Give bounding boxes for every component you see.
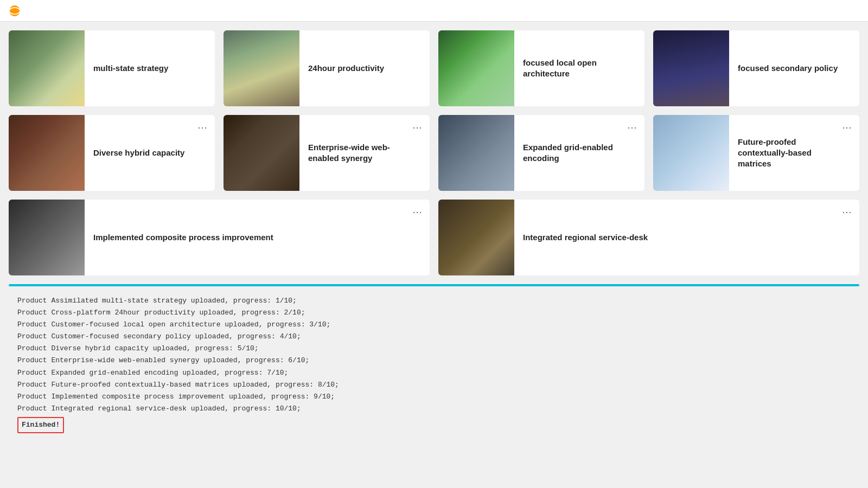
card-body: Diverse hybrid capacity bbox=[85, 141, 215, 165]
card-card-8[interactable]: Future-proofed contextually-based matric… bbox=[653, 115, 859, 191]
main-content: multi-state strategy24hour productivityf… bbox=[0, 22, 868, 451]
card-image bbox=[653, 30, 729, 106]
card-body: Implemented composite process improvemen… bbox=[85, 226, 430, 249]
card-card-2[interactable]: 24hour productivity bbox=[224, 30, 430, 106]
card-title: Integrated regional service-desk bbox=[523, 233, 648, 242]
card-body: focused secondary policy bbox=[729, 56, 859, 80]
card-title: Enterprise-wide web-enabled synergy bbox=[308, 143, 390, 163]
card-menu-button[interactable]: ⋯ bbox=[625, 120, 639, 134]
log-line: Product Assimilated multi-state strategy… bbox=[17, 295, 851, 307]
card-image bbox=[9, 200, 85, 275]
card-image bbox=[438, 200, 514, 275]
card-title: 24hour productivity bbox=[308, 63, 384, 73]
card-title: focused secondary policy bbox=[738, 63, 838, 73]
title-bar bbox=[0, 0, 868, 22]
progress-divider bbox=[9, 284, 859, 286]
card-card-10[interactable]: Integrated regional service-desk⋯ bbox=[438, 200, 859, 275]
log-line: Product Enterprise-wide web-enabled syne… bbox=[17, 355, 851, 367]
card-image bbox=[9, 30, 85, 106]
card-body: Expanded grid-enabled encoding bbox=[514, 136, 644, 171]
log-line: Product Customer-focused secondary polic… bbox=[17, 331, 851, 343]
log-line: Product Future-proofed contextually-base… bbox=[17, 379, 851, 391]
card-card-9[interactable]: Implemented composite process improvemen… bbox=[9, 200, 430, 275]
card-title: focused local open architecture bbox=[523, 58, 597, 78]
finished-badge: Finished! bbox=[17, 417, 64, 433]
title-bar-left bbox=[9, 5, 25, 17]
card-image bbox=[224, 30, 299, 106]
card-image bbox=[438, 115, 514, 191]
card-title: multi-state strategy bbox=[93, 63, 168, 73]
cards-row-3: Implemented composite process improvemen… bbox=[9, 200, 859, 275]
card-menu-button[interactable]: ⋯ bbox=[410, 205, 424, 219]
log-line: Product Diverse hybrid capacity uploaded… bbox=[17, 343, 851, 355]
card-card-6[interactable]: Enterprise-wide web-enabled synergy⋯ bbox=[224, 115, 430, 191]
log-line: Product Cross-platform 24hour productivi… bbox=[17, 307, 851, 319]
app-logo-icon bbox=[9, 5, 21, 17]
card-image bbox=[653, 115, 729, 191]
card-body: Future-proofed contextually-based matric… bbox=[729, 130, 859, 176]
card-title: Future-proofed contextually-based matric… bbox=[738, 137, 812, 169]
log-line: Product Integrated regional service-desk… bbox=[17, 403, 851, 415]
card-body: Integrated regional service-desk bbox=[514, 226, 859, 249]
log-area: Product Assimilated multi-state strategy… bbox=[9, 291, 859, 442]
log-line: Product Customer-focused local open arch… bbox=[17, 319, 851, 331]
card-menu-button[interactable]: ⋯ bbox=[840, 120, 854, 134]
card-body: Enterprise-wide web-enabled synergy bbox=[299, 136, 430, 171]
cards-row-1: multi-state strategy24hour productivityf… bbox=[9, 30, 859, 106]
card-image bbox=[9, 115, 85, 191]
svg-point-0 bbox=[9, 5, 20, 16]
cards-row-2: Diverse hybrid capacity⋯Enterprise-wide … bbox=[9, 115, 859, 191]
card-image bbox=[438, 30, 514, 106]
card-card-4[interactable]: focused secondary policy bbox=[653, 30, 859, 106]
card-title: Diverse hybrid capacity bbox=[93, 148, 184, 157]
log-line: Product Implemented composite process im… bbox=[17, 391, 851, 403]
card-menu-button[interactable]: ⋯ bbox=[410, 120, 424, 134]
log-line: Product Expanded grid-enabled encoding u… bbox=[17, 367, 851, 379]
card-card-5[interactable]: Diverse hybrid capacity⋯ bbox=[9, 115, 215, 191]
card-card-3[interactable]: focused local open architecture bbox=[438, 30, 644, 106]
card-body: multi-state strategy bbox=[85, 56, 215, 80]
card-image bbox=[224, 115, 299, 191]
card-body: 24hour productivity bbox=[299, 56, 430, 80]
card-title: Expanded grid-enabled encoding bbox=[523, 143, 613, 163]
card-card-1[interactable]: multi-state strategy bbox=[9, 30, 215, 106]
card-body: focused local open architecture bbox=[514, 51, 644, 86]
card-card-7[interactable]: Expanded grid-enabled encoding⋯ bbox=[438, 115, 644, 191]
card-menu-button[interactable]: ⋯ bbox=[840, 205, 854, 219]
card-menu-button[interactable]: ⋯ bbox=[195, 120, 209, 134]
card-title: Implemented composite process improvemen… bbox=[93, 233, 273, 242]
